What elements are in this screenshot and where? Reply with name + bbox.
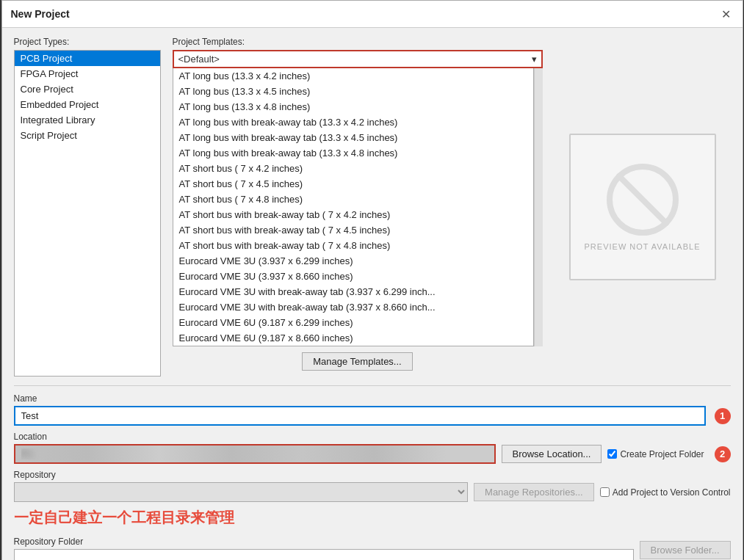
template-default-value: <Default> bbox=[178, 54, 220, 65]
manage-templates-button[interactable]: Manage Templates... bbox=[302, 352, 412, 371]
list-item[interactable]: Eurocard VME 3U (3.937 x 6.299 inches) bbox=[173, 253, 533, 269]
dialog-title: New Project bbox=[11, 8, 70, 20]
list-item[interactable]: AT short bus with break-away tab ( 7 x 4… bbox=[173, 207, 533, 222]
repository-section: Repository Manage Repositories... Add Pr… bbox=[14, 470, 731, 502]
browse-location-button[interactable]: Browse Location... bbox=[502, 445, 602, 463]
project-types-list[interactable]: PCB Project FPGA Project Core Project Em… bbox=[14, 50, 161, 377]
list-item[interactable]: AT short bus ( 7 x 4.2 inches) bbox=[173, 161, 533, 176]
list-item[interactable]: AT long bus (13.3 x 4.8 inches) bbox=[173, 99, 533, 114]
template-list-wrapper: <Default> ▾ AT long bus (13.3 x 4.2 inch… bbox=[173, 50, 543, 377]
location-badge: 2 bbox=[715, 446, 731, 462]
template-default-dropdown[interactable]: <Default> ▾ bbox=[173, 50, 543, 68]
create-project-folder-checkbox[interactable] bbox=[607, 449, 617, 459]
list-item[interactable]: Embedded Project bbox=[15, 97, 160, 112]
form-section: Name 1 Location Browse Location... Creat… bbox=[14, 385, 731, 560]
list-item[interactable]: Eurocard VME 3U with break-away tab (3.9… bbox=[173, 299, 533, 315]
project-types-panel: Project Types: PCB Project FPGA Project … bbox=[14, 37, 161, 377]
list-item[interactable]: AT short bus with break-away tab ( 7 x 4… bbox=[173, 238, 533, 253]
annotation-text: 一定自己建立一个工程目录来管理 bbox=[14, 508, 731, 528]
manage-templates-row: Manage Templates... bbox=[173, 346, 543, 377]
dropdown-arrow-icon: ▾ bbox=[532, 54, 537, 65]
manage-repositories-button: Manage Repositories... bbox=[474, 483, 594, 501]
new-project-dialog: New Project ✕ Project Types: PCB Project… bbox=[1, 0, 743, 560]
add-to-version-control-checkbox[interactable] bbox=[600, 487, 610, 497]
list-item[interactable]: Integrated Library bbox=[15, 112, 160, 128]
close-button[interactable]: ✕ bbox=[719, 7, 734, 21]
add-to-version-control-label[interactable]: Add Project to Version Control bbox=[600, 487, 731, 498]
list-item[interactable]: AT long bus with break-away tab (13.3 x … bbox=[173, 130, 533, 145]
list-item[interactable]: Eurocard VME 6U (9.187 x 8.660 inches) bbox=[173, 330, 533, 346]
repository-row: Manage Repositories... Add Project to Ve… bbox=[14, 482, 731, 502]
list-item[interactable]: PCB Project bbox=[15, 51, 160, 66]
name-input[interactable] bbox=[14, 406, 706, 426]
repository-folder-input[interactable] bbox=[14, 549, 634, 561]
list-item[interactable]: AT long bus with break-away tab (13.3 x … bbox=[173, 114, 533, 130]
preview-area: PREVIEW NOT AVAILABLE bbox=[569, 134, 716, 280]
name-badge: 1 bbox=[715, 408, 731, 424]
dialog-content: Project Types: PCB Project FPGA Project … bbox=[2, 28, 743, 560]
project-templates-label: Project Templates: bbox=[173, 37, 543, 47]
svg-line-1 bbox=[619, 176, 666, 223]
list-item[interactable]: AT long bus (13.3 x 4.5 inches) bbox=[173, 84, 533, 99]
location-row: Location Browse Location... Create Proje… bbox=[14, 432, 731, 464]
repository-dropdown[interactable] bbox=[14, 482, 469, 502]
project-templates-panel: Project Templates: <Default> ▾ AT long b… bbox=[173, 37, 543, 377]
location-input[interactable] bbox=[14, 444, 496, 464]
no-preview-text: PREVIEW NOT AVAILABLE bbox=[585, 242, 701, 251]
create-project-folder-checkbox-label[interactable]: Create Project Folder bbox=[607, 449, 704, 459]
template-list[interactable]: AT long bus (13.3 x 4.2 inches) AT long … bbox=[173, 68, 534, 346]
list-item[interactable]: FPGA Project bbox=[15, 66, 160, 81]
list-item[interactable]: AT short bus with break-away tab ( 7 x 4… bbox=[173, 222, 533, 238]
template-scroll-area: AT long bus (13.3 x 4.2 inches) AT long … bbox=[173, 68, 543, 346]
list-item[interactable]: AT long bus (13.3 x 4.2 inches) bbox=[173, 68, 533, 84]
list-item[interactable]: Script Project bbox=[15, 128, 160, 143]
browse-folder-button: Browse Folder... bbox=[640, 541, 731, 559]
repository-folder-row: Repository Folder Browse Folder... Manag… bbox=[14, 531, 731, 560]
title-bar: New Project ✕ bbox=[2, 1, 743, 28]
list-item[interactable]: Eurocard VME 6U (9.187 x 6.299 inches) bbox=[173, 315, 533, 330]
list-item[interactable]: AT long bus with break-away tab (13.3 x … bbox=[173, 145, 533, 161]
template-scrollbar[interactable] bbox=[534, 68, 543, 346]
preview-panel: PREVIEW NOT AVAILABLE bbox=[555, 37, 731, 377]
create-project-folder-label: Create Project Folder bbox=[620, 449, 704, 459]
top-section: Project Types: PCB Project FPGA Project … bbox=[14, 37, 731, 377]
repository-folder-label: Repository Folder bbox=[14, 537, 634, 547]
repository-label: Repository bbox=[14, 470, 731, 480]
add-to-version-control-text: Add Project to Version Control bbox=[613, 487, 731, 498]
project-types-label: Project Types: bbox=[14, 37, 161, 47]
list-item[interactable]: Core Project bbox=[15, 81, 160, 97]
list-item[interactable]: Eurocard VME 3U with break-away tab (3.9… bbox=[173, 284, 533, 299]
no-preview-icon bbox=[606, 163, 679, 236]
location-label: Location bbox=[14, 432, 731, 442]
list-item[interactable]: AT short bus ( 7 x 4.8 inches) bbox=[173, 192, 533, 207]
name-row: Name 1 bbox=[14, 393, 731, 426]
name-label: Name bbox=[14, 393, 731, 404]
list-item[interactable]: Eurocard VME 3U (3.937 x 8.660 inches) bbox=[173, 269, 533, 284]
list-item[interactable]: AT short bus ( 7 x 4.5 inches) bbox=[173, 176, 533, 192]
